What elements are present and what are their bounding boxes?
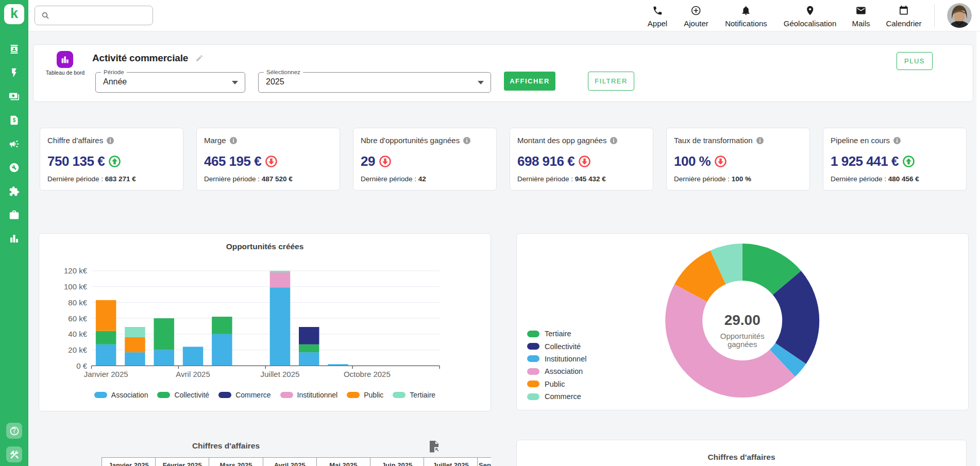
bar-legend-item[interactable]: Public — [347, 391, 383, 399]
topbar-action-label: Calendrier — [886, 19, 921, 28]
donut-legend-item[interactable]: Tertiaire — [527, 327, 586, 340]
bar-legend-item[interactable]: Commerce — [218, 391, 271, 399]
kpi-title: Taux de transformation — [674, 136, 753, 145]
sidebar-item-contacts[interactable] — [0, 37, 28, 61]
koban-logo-letter: k — [10, 7, 18, 21]
help-button[interactable] — [6, 423, 22, 439]
kpi-card: Taux de transformation 100 % Dernière pé… — [666, 128, 810, 191]
bar-legend-item[interactable]: Association — [94, 391, 148, 399]
svg-text:120 k€: 120 k€ — [64, 266, 88, 275]
page-title: Activité commerciale — [92, 53, 188, 64]
info-icon[interactable] — [610, 137, 617, 144]
sidebar-item-marketing[interactable] — [0, 132, 28, 156]
topbar: Appel Ajouter Notifications Géolocalisat… — [28, 0, 980, 31]
svg-text:80 k€: 80 k€ — [68, 298, 87, 307]
month-column-header: Février 2025 — [156, 458, 209, 466]
plus-button[interactable]: PLUS — [897, 52, 933, 70]
donut-legend-item[interactable]: Institutionnel — [527, 353, 586, 365]
legend-label: Association — [111, 391, 148, 399]
svg-text:Avril 2025: Avril 2025 — [176, 370, 210, 378]
sidebar-item-factures[interactable]: $ — [0, 108, 28, 132]
svg-text:Opportunités: Opportunités — [720, 332, 765, 340]
legend-swatch — [94, 392, 107, 399]
bar-legend-item[interactable]: Institutionnel — [280, 391, 338, 399]
bar-legend-item[interactable]: Tertiaire — [393, 391, 435, 399]
month-column-header: Janvier 2025 — [102, 458, 156, 466]
trend-up-icon — [109, 156, 121, 167]
svg-text:$: $ — [13, 117, 16, 123]
info-icon[interactable] — [463, 137, 470, 144]
kpi-footnote: Dernière période : 945 432 € — [517, 175, 606, 183]
svg-text:gagnées: gagnées — [728, 340, 757, 349]
tools-button[interactable] — [6, 446, 22, 462]
donut-legend-item[interactable]: Commerce — [527, 390, 586, 403]
info-icon[interactable] — [893, 137, 901, 144]
legend-label: Institutionnel — [545, 355, 586, 363]
kpi-title: Chiffre d'affaires — [47, 136, 103, 145]
sidebar: k $ — [0, 0, 28, 466]
info-icon[interactable] — [107, 137, 114, 144]
year-select[interactable]: Sélectionnez 2025 — [258, 72, 491, 93]
sidebar-item-opportunites[interactable] — [0, 84, 28, 108]
info-icon[interactable] — [756, 137, 764, 144]
month-column-header: Mai 2025 — [316, 458, 370, 466]
donut-legend-item[interactable]: Collectivité — [527, 340, 586, 352]
sidebar-item-projets[interactable] — [0, 203, 28, 227]
legend-swatch — [527, 331, 539, 337]
legend-label: Association — [545, 367, 583, 375]
topbar-action-calendrier[interactable]: Calendrier — [886, 5, 921, 28]
search-icon — [41, 11, 49, 20]
revenue-table-scroll[interactable]: Janvier 2025Février 2025Mars 2025Avril 2… — [102, 457, 491, 466]
donut-legend-item[interactable]: Association — [527, 365, 586, 377]
add-circle-icon — [691, 5, 702, 16]
export-file-icon[interactable] — [429, 441, 440, 453]
kpi-value: 29 — [361, 153, 375, 169]
svg-text:Janvier 2025: Janvier 2025 — [84, 370, 128, 378]
svg-text:Octobre 2025: Octobre 2025 — [344, 370, 391, 378]
topbar-action-label: Géolocalisation — [784, 19, 837, 28]
bell-icon — [740, 5, 751, 16]
month-column-header: Juillet 2025 — [424, 458, 478, 466]
sidebar-item-actions[interactable] — [0, 61, 28, 84]
legend-swatch — [393, 392, 405, 399]
sidebar-item-extensions[interactable] — [0, 179, 28, 203]
dashboard-header-card: Tableau de bord Activité commerciale Pér… — [33, 44, 973, 102]
svg-text:Juillet 2025: Juillet 2025 — [261, 370, 300, 378]
kpi-title: Marge — [204, 136, 226, 145]
topbar-action-geolocalisation[interactable]: Géolocalisation — [784, 5, 837, 28]
kpi-value: 100 % — [674, 153, 711, 169]
period-select-label: Période — [101, 69, 127, 75]
topbar-action-label: Appel — [648, 19, 667, 28]
sidebar-item-rapports[interactable] — [0, 227, 28, 250]
info-icon[interactable] — [230, 137, 237, 144]
briefcase-icon — [9, 210, 20, 220]
search-input[interactable] — [35, 6, 153, 25]
user-avatar[interactable] — [947, 3, 972, 28]
sidebar-bottom — [6, 415, 22, 462]
topbar-action-appel[interactable]: Appel — [648, 5, 667, 28]
revenue-chart-card: Chiffres d'affaires — [516, 440, 967, 466]
trend-down-icon — [265, 156, 277, 167]
avatar-image — [947, 3, 972, 28]
donut-legend-item[interactable]: Public — [527, 378, 586, 390]
svg-text:40 k€: 40 k€ — [68, 330, 87, 338]
legend-swatch — [527, 343, 539, 350]
scrollbar-track[interactable] — [976, 31, 980, 466]
legend-swatch — [527, 393, 539, 400]
filtrer-button[interactable]: FILTRER — [588, 72, 634, 91]
afficher-button[interactable]: AFFICHER — [504, 72, 555, 91]
topbar-action-notifications[interactable]: Notifications — [725, 5, 767, 28]
legend-label: Public — [364, 391, 383, 399]
topbar-action-ajouter[interactable]: Ajouter — [684, 5, 708, 28]
legend-label: Commerce — [545, 392, 581, 401]
period-select[interactable]: Période Année — [95, 72, 245, 93]
sidebar-item-services[interactable] — [0, 156, 28, 179]
trend-up-icon — [903, 156, 915, 167]
legend-swatch — [527, 355, 539, 362]
topbar-action-label: Mails — [852, 19, 870, 28]
edit-pencil-icon[interactable] — [195, 54, 204, 62]
legend-swatch — [527, 368, 539, 375]
koban-logo[interactable]: k — [4, 4, 24, 24]
bar-legend-item[interactable]: Collectivité — [157, 391, 209, 399]
topbar-action-mails[interactable]: Mails — [852, 5, 870, 28]
